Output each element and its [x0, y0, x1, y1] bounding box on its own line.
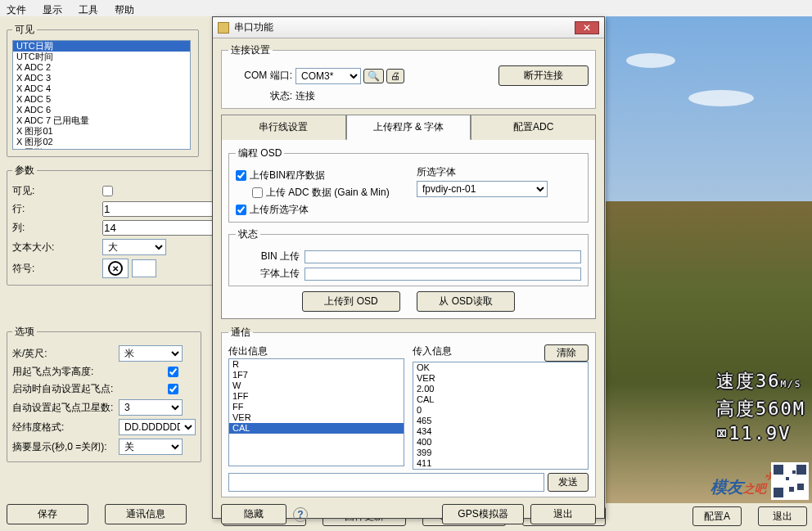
in-listbox[interactable]: OKVER2.00CAL0465434400399411398	[413, 362, 589, 470]
conn-group: 连接设置 COM 端口: COM3* 🔍 🖨 断开连接 状态: 连接	[221, 43, 596, 109]
upload-adc-checkbox[interactable]	[252, 187, 263, 198]
size-select[interactable]: 大	[102, 239, 166, 255]
list-item[interactable]: CAL	[413, 394, 588, 405]
list-item[interactable]: X ADC 4	[13, 83, 190, 94]
sat-label: 自动设置起飞点卫星数:	[12, 401, 119, 415]
auto-set-label: 启动时自动设置起飞点:	[12, 382, 168, 396]
device-icon[interactable]: 🖨	[386, 69, 404, 83]
bg-exit-button[interactable]: 退出	[758, 506, 807, 526]
visible-listbox[interactable]: UTC日期UTC时间X ADC 2X ADC 3X ADC 4X ADC 5X …	[12, 40, 191, 150]
comm-group: 通信 传出信息 R1F7W1FFFFVERCAL 传入信息 清除 OKVER2.…	[221, 326, 596, 497]
disconnect-button[interactable]: 断开连接	[498, 65, 589, 86]
font-label: 所选字体	[417, 165, 581, 179]
sat-select[interactable]: 3	[119, 399, 183, 416]
clear-button[interactable]: 清除	[544, 344, 589, 362]
dlg-exit-button[interactable]: 退出	[530, 504, 596, 524]
tab-adc[interactable]: 配置ADC	[471, 115, 596, 140]
save-button[interactable]: 保存	[7, 504, 88, 524]
visible-panel: 可见 UTC日期UTC时间X ADC 2X ADC 3X ADC 4X ADC …	[7, 23, 199, 157]
refresh-icon[interactable]: 🔍	[363, 69, 384, 83]
com-select[interactable]: COM3*	[295, 68, 361, 84]
list-item[interactable]: X 图形01	[13, 126, 190, 137]
list-item[interactable]: 411	[413, 458, 588, 469]
zero-alt-label: 用起飞点为零高度:	[12, 365, 168, 379]
options-panel: 选项 米/英尺: 米 用起飞点为零高度: 启动时自动设置起飞点: 自动设置起飞点…	[7, 325, 201, 462]
osd-overlay: 速度36M/S 高度560M ⌧11.9V	[716, 369, 805, 446]
row-label: 行:	[12, 202, 102, 216]
hide-button[interactable]: 隐藏	[221, 504, 286, 524]
list-item[interactable]: W	[229, 380, 404, 391]
list-item[interactable]: 1FF	[229, 391, 404, 402]
list-item[interactable]: UTC日期	[13, 41, 190, 52]
unit-select[interactable]: 米	[119, 345, 183, 362]
read-osd-button[interactable]: 从 OSD读取	[417, 291, 515, 312]
state-value: 连接	[295, 89, 315, 103]
close-icon[interactable]: ✕	[575, 21, 599, 34]
out-listbox[interactable]: R1F7W1FFFFVERCAL	[228, 358, 404, 466]
osd-speed: 速度36M/S	[716, 369, 805, 397]
tab-serial[interactable]: 串行线设置	[221, 115, 346, 140]
list-item[interactable]: X ADC 3	[13, 73, 190, 83]
left-column: 可见 UTC日期UTC时间X ADC 2X ADC 3X ADC 4X ADC …	[7, 23, 199, 469]
latlon-select[interactable]: DD.DDDDDD	[119, 419, 196, 435]
col-label: 列:	[12, 221, 102, 235]
bin-progress	[304, 250, 581, 263]
send-button[interactable]: 发送	[548, 473, 589, 492]
dlg-gps-sim-button[interactable]: GPS模拟器	[442, 504, 524, 524]
symbol-icon[interactable]: ✕	[108, 261, 123, 276]
list-item[interactable]: 400	[413, 437, 588, 448]
list-item[interactable]: X ADC 6	[13, 105, 190, 115]
list-item[interactable]: OK	[413, 362, 588, 373]
upload-font-checkbox[interactable]	[236, 205, 246, 215]
upload-bin-checkbox[interactable]	[236, 170, 246, 181]
auto-set-checkbox[interactable]	[168, 384, 178, 394]
list-item[interactable]: 398	[413, 469, 588, 470]
zero-alt-checkbox[interactable]	[168, 367, 178, 377]
list-item[interactable]: X 图形03	[13, 147, 190, 150]
list-item[interactable]: VER	[413, 373, 588, 384]
list-item[interactable]: X 图形02	[13, 137, 190, 147]
visible-checkbox[interactable]	[102, 186, 113, 196]
cfg-a-button[interactable]: 配置A	[692, 506, 742, 526]
send-input[interactable]	[228, 473, 544, 492]
list-item[interactable]: 465	[413, 416, 588, 426]
dialog-body: 连接设置 COM 端口: COM3* 🔍 🖨 断开连接 状态: 连接 串行线设置…	[213, 38, 604, 529]
unit-label: 米/英尺:	[12, 347, 119, 361]
font-select[interactable]: fpvdiy-cn-01	[417, 181, 548, 197]
in-label: 传入信息	[413, 344, 452, 362]
list-item[interactable]: 2.00	[413, 384, 588, 394]
tab-upload[interactable]: 上传程序 & 字体	[346, 115, 471, 140]
list-item[interactable]: X ADC 2	[13, 62, 190, 73]
dialog-title: 串口功能	[234, 20, 273, 34]
options-legend: 选项	[12, 325, 37, 339]
tab-page-upload: 编程 OSD 上传BIN程序数据 上传 ADC 数据 (Gain & Min) …	[221, 140, 596, 319]
upload-adc-label: 上传 ADC 数据 (Gain & Min)	[266, 186, 390, 200]
list-item[interactable]: 399	[413, 448, 588, 458]
list-item[interactable]: VER	[229, 412, 404, 423]
status-group: 状态 BIN 上传 字体上传	[228, 227, 589, 286]
list-item[interactable]: 1F7	[229, 370, 404, 380]
conn-legend: 连接设置	[228, 43, 273, 57]
app-icon	[218, 22, 229, 34]
list-item[interactable]: 0	[413, 405, 588, 416]
list-item[interactable]: FF	[229, 402, 404, 412]
list-item[interactable]: 434	[413, 426, 588, 437]
list-item[interactable]: R	[229, 359, 404, 370]
serial-dialog: 串口功能 ✕ 连接设置 COM 端口: COM3* 🔍 🖨 断开连接 状态: 连…	[212, 16, 605, 519]
help-icon[interactable]: ?	[293, 507, 308, 522]
out-label: 传出信息	[228, 344, 404, 358]
list-item[interactable]: X ADC 7 已用电量	[13, 115, 190, 126]
symbol-box[interactable]	[132, 259, 156, 277]
upload-osd-button[interactable]: 上传到 OSD	[302, 291, 400, 312]
cloud	[688, 90, 754, 106]
list-item[interactable]: CAL	[229, 423, 404, 434]
bin-upload-label: BIN 上传	[236, 250, 300, 263]
comm-info-button[interactable]: 通讯信息	[105, 504, 187, 524]
list-item[interactable]: UTC时间	[13, 52, 190, 62]
upload-font-label: 上传所选字体	[250, 203, 309, 217]
size-label: 文本大小:	[12, 241, 102, 254]
digest-select[interactable]: 关	[119, 439, 183, 455]
list-item[interactable]: X ADC 5	[13, 94, 190, 105]
dialog-titlebar[interactable]: 串口功能 ✕	[213, 17, 604, 38]
com-label: COM 端口:	[228, 69, 292, 83]
